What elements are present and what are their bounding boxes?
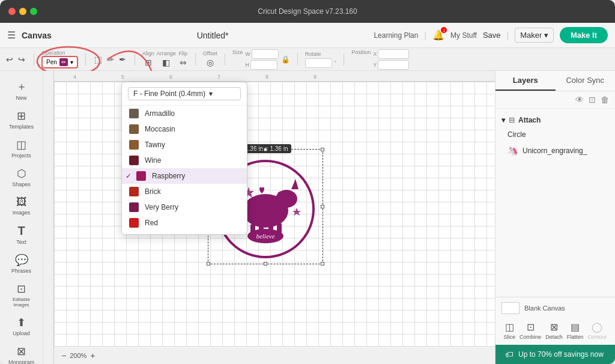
sidebar-item-label-new: New [16, 95, 26, 101]
hamburger-menu-icon[interactable]: ☰ [7, 29, 16, 41]
sidebar-item-phrases[interactable]: 💬 Phrases [4, 250, 40, 278]
my-stuff-link[interactable]: My Stuff [450, 31, 477, 40]
images-icon: 🖼 [16, 196, 27, 208]
width-input[interactable]: 1.36 [252, 49, 279, 59]
handle-mr[interactable] [321, 205, 324, 208]
toolbar-separator [34, 53, 34, 65]
layers-section: ▾ ⊟ Attach Circle 🦄 Unicorn_engraving_ [495, 109, 615, 164]
color-item-red[interactable]: Red [122, 215, 247, 231]
detach-action[interactable]: ⊠ Detach [545, 321, 563, 340]
color-swatch-wine [129, 156, 139, 165]
tab-layers[interactable]: Layers [495, 71, 556, 91]
layer-item-unicorn[interactable]: 🦄 Unicorn_engraving_ [495, 142, 615, 159]
sidebar-item-label-editable-images: Editable Images [6, 297, 37, 308]
canvas-area[interactable]: 4 5 6 7 8 9 F - Fine Point (0.4mm) ▾ Arm… [43, 71, 495, 364]
x-input[interactable]: 5.361 [378, 49, 409, 59]
edit-tool[interactable]: ✏ [106, 53, 115, 65]
detach-label: Detach [545, 334, 563, 340]
maximize-button[interactable] [30, 8, 37, 15]
handle-tr[interactable] [321, 148, 324, 151]
zoom-in-button[interactable]: + [90, 351, 95, 360]
undo-button[interactable]: ↩ [5, 53, 14, 65]
color-swatch-armadillo [129, 109, 139, 118]
width-label: W [245, 51, 250, 57]
notification-icon[interactable]: 🔔 1 [432, 29, 444, 41]
collapse-icon[interactable]: ▾ [501, 116, 505, 124]
sidebar-item-monogram[interactable]: ⊠ Monogram [4, 341, 40, 364]
zoom-level: 200% [70, 352, 86, 359]
align-button[interactable]: ⊞ [144, 56, 153, 68]
maker-button[interactable]: Maker ▾ [515, 28, 554, 43]
pen-type-select[interactable]: F - Fine Point (0.4mm) ▾ [128, 87, 241, 100]
right-tabs: Layers Color Sync [495, 71, 615, 91]
arrange-button[interactable]: ◧ [161, 56, 171, 68]
contour-label: Contour [587, 334, 607, 340]
pen-icon: ✏ [59, 58, 68, 66]
sidebar-item-text[interactable]: T Text [4, 220, 40, 249]
height-input[interactable]: 1.36 [250, 60, 277, 70]
panel-delete-icon[interactable]: 🗑 [601, 95, 609, 105]
pen-type-label: F - Fine Point (0.4mm) [133, 89, 205, 98]
color-item-moccasin[interactable]: Moccasin [122, 121, 247, 137]
offset-label: Offset [203, 50, 217, 56]
flip-button[interactable]: ⇔ [178, 56, 188, 68]
panel-eye-icon[interactable]: 👁 [575, 95, 584, 105]
left-sidebar: ＋ New ⊞ Templates ◫ Projects ⬡ Shapes 🖼 … [0, 71, 43, 364]
zoom-out-button[interactable]: − [61, 351, 66, 360]
slice-icon: ◫ [505, 321, 514, 333]
sidebar-item-editable-images[interactable]: ⊡ Editable Images [4, 279, 40, 311]
promo-icon: 🏷 [505, 350, 514, 359]
handle-tc[interactable] [264, 148, 267, 151]
rotate-label: Rotate [305, 51, 332, 57]
color-item-brick[interactable]: Brick [122, 184, 247, 199]
tab-color-sync[interactable]: Color Sync [556, 71, 616, 91]
lock-icon[interactable]: 🔒 [281, 55, 290, 64]
panel-copy-icon[interactable]: ⊡ [589, 95, 596, 105]
layer-item-circle[interactable]: Circle [495, 127, 615, 142]
offset-button[interactable]: ◎ [205, 56, 215, 68]
flatten-action[interactable]: ▤ Flatten [567, 321, 584, 340]
color-item-wine[interactable]: Wine [122, 153, 247, 168]
sidebar-item-projects[interactable]: ◫ Projects [4, 135, 40, 162]
select-tool[interactable]: ⬚ [93, 53, 103, 65]
sidebar-item-templates[interactable]: ⊞ Templates [4, 106, 40, 133]
color-swatch-brick [129, 187, 139, 196]
close-button[interactable] [8, 8, 16, 15]
color-item-raspberry[interactable]: ✓ Raspberry [122, 168, 247, 184]
sidebar-item-label-text: Text [16, 239, 26, 245]
toolbar-separator-5 [225, 53, 225, 65]
blank-canvas-label: Blank Canvas [524, 305, 565, 312]
learning-plan-link[interactable]: Learning Plan [374, 31, 418, 40]
slice-action[interactable]: ◫ Slice [504, 321, 516, 340]
pen-tool[interactable]: ✒ [118, 53, 127, 65]
attach-header: ▾ ⊟ Attach [495, 114, 615, 127]
operation-select[interactable]: Pen ✏ ▾ [41, 56, 78, 68]
titlebar: Cricut Design Space v7.23.160 [0, 0, 615, 23]
make-it-button[interactable]: Make It [560, 27, 608, 43]
toolbar: ↩ ↪ Operation Pen ✏ ▾ ⬚ ✏ ✒ Align ⊞ A [0, 48, 615, 71]
sidebar-item-new[interactable]: ＋ New [4, 76, 40, 105]
handle-br[interactable] [321, 262, 324, 265]
sidebar-item-upload[interactable]: ⬆ Upload [4, 312, 40, 340]
zoom-bar: − 200% + [54, 346, 495, 364]
minimize-button[interactable] [19, 8, 26, 15]
y-input[interactable]: 3.208 [378, 60, 409, 70]
sidebar-item-label-phrases: Phrases [11, 268, 31, 274]
save-button[interactable]: Save [483, 31, 501, 40]
slice-label: Slice [504, 334, 516, 340]
color-name-raspberry: Raspberry [152, 172, 185, 180]
panel-toolbar: 👁 ⊡ 🗑 [495, 91, 615, 109]
combine-action[interactable]: ⊡ Combine [520, 321, 541, 340]
color-item-tawny[interactable]: Tawny [122, 137, 247, 153]
combine-icon: ⊡ [527, 321, 535, 333]
redo-button[interactable]: ↪ [17, 53, 26, 65]
color-item-armadillo[interactable]: Armadillo [122, 106, 247, 121]
sidebar-item-images[interactable]: 🖼 Images [4, 192, 40, 219]
right-panel: Layers Color Sync 👁 ⊡ 🗑 ▾ ⊟ Attach Circl… [495, 71, 615, 364]
contour-action[interactable]: ◯ Contour [587, 321, 607, 340]
promo-banner[interactable]: 🏷 Up to 70% off savings now [495, 345, 615, 364]
color-item-veryberry[interactable]: Very Berry [122, 199, 247, 215]
sidebar-item-shapes[interactable]: ⬡ Shapes [4, 163, 40, 191]
handle-bl[interactable] [207, 262, 210, 265]
rotate-input[interactable]: 0 [305, 58, 332, 68]
